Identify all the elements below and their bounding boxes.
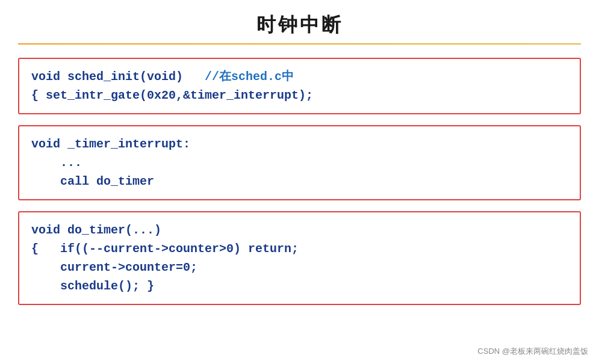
- watermark: CSDN @老板来两碗红烧肉盖饭: [477, 346, 588, 357]
- code-line: { if((--current->counter>0) return;: [31, 239, 568, 258]
- code-line: schedule(); }: [31, 277, 568, 295]
- code-box-3: void do_timer(...) { if((--current->coun…: [18, 211, 581, 305]
- title-underline: [18, 43, 581, 45]
- code-line: { set_intr_gate(0x20,&timer_interrupt);: [31, 86, 568, 105]
- code-line: current->counter=0;: [31, 258, 568, 277]
- code-line: void do_timer(...): [31, 221, 568, 239]
- code-line: void _timer_interrupt:: [31, 135, 568, 153]
- code-box-2: void _timer_interrupt: ... call do_timer: [18, 125, 581, 200]
- code-line: void sched_init(void) //在sched.c中: [31, 67, 568, 86]
- page-title: 时钟中断: [18, 12, 581, 39]
- code-line: ...: [31, 153, 568, 172]
- code-line: call do_timer: [31, 172, 568, 191]
- code-box-1: void sched_init(void) //在sched.c中 { set_…: [18, 58, 581, 114]
- page-container: 时钟中断 void sched_init(void) //在sched.c中 {…: [0, 0, 599, 364]
